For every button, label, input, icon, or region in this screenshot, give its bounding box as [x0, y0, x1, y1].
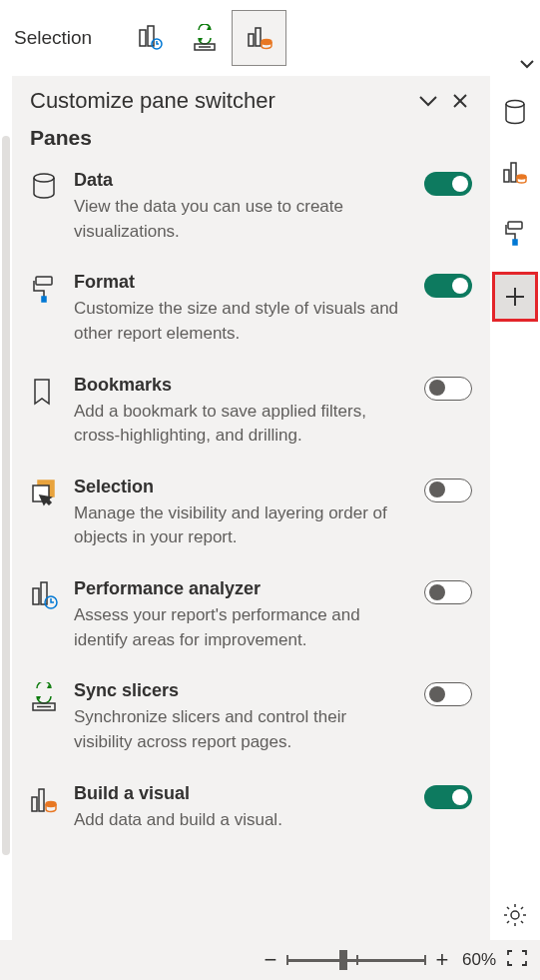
svg-rect-5: [249, 34, 254, 46]
perf-icon: [136, 24, 164, 52]
build-visual-icon: [502, 160, 528, 186]
svg-point-31: [511, 911, 519, 919]
svg-rect-28: [513, 240, 517, 245]
pane-description: Synchronize slicers and control their vi…: [74, 705, 408, 754]
toggle-format[interactable]: [424, 274, 472, 298]
performance-analyzer-button[interactable]: [122, 10, 177, 66]
zoom-in-button[interactable]: +: [432, 947, 452, 973]
svg-rect-6: [256, 28, 261, 46]
customize-pane-switcher-panel: Customize pane switcher Panes Data View …: [12, 76, 490, 940]
pane-label: Format: [74, 272, 408, 293]
rail-data-button[interactable]: [494, 92, 536, 134]
rail-build-visual-button[interactable]: [494, 152, 536, 194]
pane-label: Performance analyzer: [74, 578, 408, 599]
selection-icon: [30, 479, 60, 508]
svg-rect-21: [39, 789, 44, 811]
pane-item-build-visual: Build a visual Add data and build a visu…: [30, 783, 472, 833]
fit-page-icon: [506, 949, 528, 967]
chevron-down-icon: [417, 94, 439, 108]
pane-description: Assess your report's performance and ide…: [74, 603, 408, 652]
svg-point-7: [262, 40, 271, 45]
pane-description: Customize the size and style of visuals …: [74, 297, 408, 346]
pane-item-format: Format Customize the size and style of v…: [30, 272, 472, 346]
pane-item-bookmarks: Bookmarks Add a bookmark to save applied…: [30, 375, 472, 449]
pane-description: Add a bookmark to save applied filters, …: [74, 400, 408, 449]
svg-point-23: [506, 101, 524, 108]
svg-rect-12: [42, 297, 46, 302]
svg-rect-20: [32, 797, 37, 811]
rail-settings-button[interactable]: [494, 894, 536, 936]
pane-item-selection: Selection Manage the visibility and laye…: [30, 477, 472, 550]
vertical-scrollbar[interactable]: [2, 136, 10, 855]
sync-icon: [30, 682, 58, 712]
pane-item-data: Data View the data you can use to create…: [30, 170, 472, 244]
pane-description: View the data you can use to create visu…: [74, 195, 408, 244]
pane-description: Add data and build a visual.: [74, 808, 408, 833]
top-toolbar: Selection: [0, 0, 540, 76]
svg-rect-25: [511, 163, 516, 182]
sync-slicers-button[interactable]: [177, 10, 232, 66]
svg-rect-0: [140, 30, 146, 46]
svg-rect-16: [41, 582, 47, 604]
collapse-button[interactable]: [416, 89, 440, 113]
build-visual-button[interactable]: [232, 10, 286, 66]
pane-label: Bookmarks: [74, 375, 408, 396]
performance-icon: [30, 580, 58, 610]
zoom-slider[interactable]: − +: [261, 947, 452, 973]
toggle-data[interactable]: [424, 172, 472, 196]
pane-item-performance-analyzer: Performance analyzer Assess your report'…: [30, 578, 472, 652]
database-icon: [502, 99, 528, 127]
chevron-down-icon[interactable]: [518, 56, 536, 74]
toggle-selection[interactable]: [424, 479, 472, 502]
status-bar: − + 60%: [0, 940, 540, 980]
section-title: Panes: [30, 126, 472, 150]
pane-description: Manage the visibility and layering order…: [74, 501, 408, 550]
toggle-bookmarks[interactable]: [424, 377, 472, 401]
toggle-sync-slicers[interactable]: [424, 682, 472, 706]
tab-selection[interactable]: Selection: [4, 27, 102, 49]
bookmark-icon: [30, 377, 54, 407]
sync-slicers-icon: [191, 24, 219, 52]
zoom-out-button[interactable]: −: [261, 947, 280, 973]
zoom-level-label: 60%: [462, 950, 496, 970]
plus-icon: [502, 284, 528, 310]
format-icon: [502, 220, 528, 246]
rail-add-button[interactable]: [492, 272, 538, 322]
svg-point-10: [34, 174, 54, 182]
svg-rect-15: [33, 588, 39, 604]
slider-track[interactable]: [286, 959, 426, 962]
build-icon: [30, 785, 58, 815]
database-icon: [30, 172, 58, 202]
svg-point-22: [46, 801, 56, 806]
pane-label: Build a visual: [74, 783, 408, 804]
svg-point-26: [517, 175, 526, 179]
toggle-performance-analyzer[interactable]: [424, 580, 472, 604]
gear-icon: [502, 902, 528, 928]
pane-switcher-rail: [490, 76, 540, 940]
pane-label: Data: [74, 170, 408, 191]
pane-item-sync-slicers: Sync slicers Synchronize slicers and con…: [30, 680, 472, 754]
close-icon: [451, 92, 469, 110]
rail-format-button[interactable]: [494, 212, 536, 254]
pane-label: Sync slicers: [74, 680, 408, 701]
pane-label: Selection: [74, 477, 408, 497]
svg-rect-27: [508, 222, 522, 229]
build-visual-icon: [246, 24, 273, 52]
toggle-build-visual[interactable]: [424, 785, 472, 809]
panel-title: Customize pane switcher: [30, 88, 275, 114]
svg-rect-24: [504, 170, 509, 182]
svg-rect-11: [36, 277, 52, 285]
fit-to-page-button[interactable]: [506, 949, 528, 972]
slider-thumb[interactable]: [339, 950, 347, 970]
close-button[interactable]: [448, 89, 472, 113]
format-roller-icon: [30, 274, 58, 304]
svg-rect-1: [148, 26, 154, 46]
